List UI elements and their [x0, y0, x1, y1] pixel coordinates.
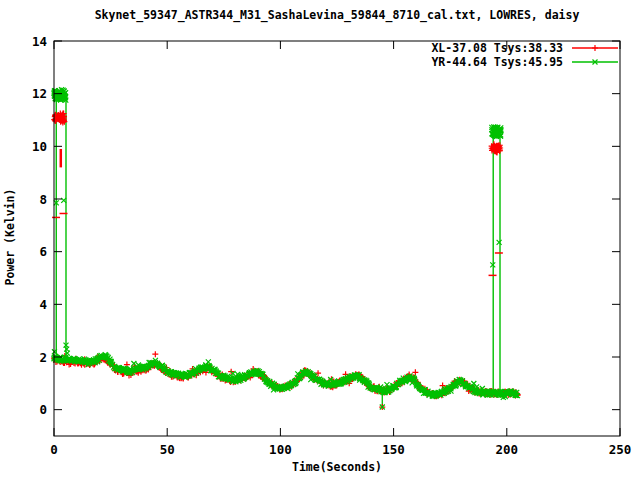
- x-tick-label: 50: [160, 442, 175, 457]
- chart-canvas: Skynet_59347_ASTR344_M31_SashaLevina_598…: [0, 0, 640, 480]
- x-tick-label: 200: [496, 442, 519, 457]
- y-tick-label: 0: [39, 402, 47, 417]
- x-tick-label: 0: [50, 442, 58, 457]
- legend-entry-label: YR-44.64 Tsys:45.95: [431, 55, 563, 69]
- y-tick-label: 4: [39, 297, 47, 312]
- y-tick-label: 6: [39, 244, 47, 259]
- y-axis-label: Power (Kelvin): [3, 189, 17, 286]
- chart-background: [0, 0, 640, 480]
- legend-entry-label: XL-37.08 Tsys:38.33: [431, 41, 563, 55]
- x-axis-label: Time(Seconds): [292, 460, 382, 474]
- y-tick-label: 14: [32, 34, 47, 49]
- x-tick-label: 150: [382, 442, 405, 457]
- chart-title: Skynet_59347_ASTR344_M31_SashaLevina_598…: [95, 8, 580, 23]
- x-tick-label: 250: [609, 442, 632, 457]
- x-tick-label: 100: [269, 442, 292, 457]
- y-tick-label: 8: [39, 192, 47, 207]
- y-tick-label: 10: [32, 139, 47, 154]
- gnuplot-window: Skynet_59347_ASTR344_M31_SashaLevina_598…: [0, 0, 640, 480]
- y-tick-label: 12: [32, 86, 47, 101]
- y-tick-label: 2: [39, 350, 47, 365]
